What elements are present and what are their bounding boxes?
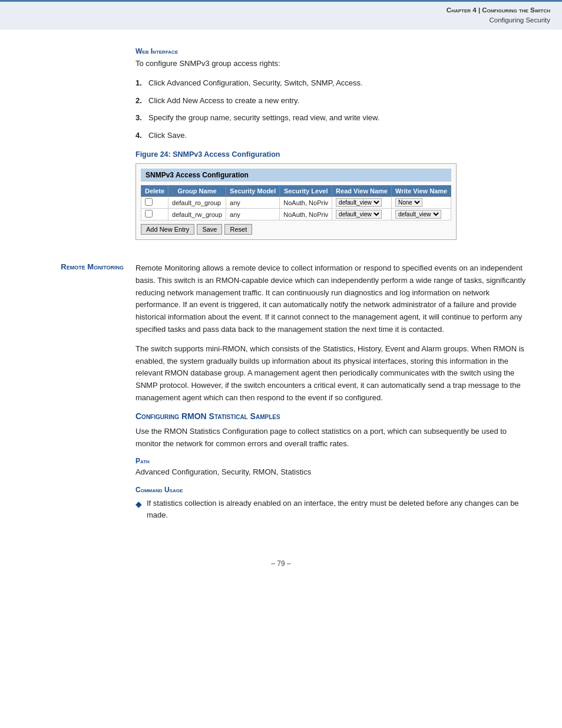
step-1-num: 1.: [135, 77, 148, 89]
col-delete: Delete: [141, 186, 168, 197]
step-2-text: Click Add New Access to create a new ent…: [148, 95, 299, 107]
add-new-entry-button[interactable]: Add New Entry: [141, 224, 194, 235]
remote-monitoring-label: Remote Monitoring: [35, 262, 135, 524]
path-heading: Path: [135, 457, 527, 465]
step-3: 3. Specify the group name, security sett…: [135, 112, 527, 124]
write-view-select[interactable]: default_view: [395, 210, 441, 219]
remote-monitoring-section: Remote Monitoring Remote Monitoring allo…: [35, 262, 527, 524]
cell-read-view[interactable]: default_view: [332, 197, 392, 209]
rmon-stats-heading: Configuring RMON Statistical Samples: [135, 411, 527, 421]
path-text: Advanced Configuration, Security, RMON, …: [135, 466, 527, 479]
chapter-word: Chapter: [447, 6, 471, 14]
header-title: Configuring the Switch: [482, 6, 550, 14]
cell-delete: [141, 197, 168, 209]
snmp-table-container: SNMPv3 Access Configuration Delete Group…: [135, 163, 457, 240]
col-security-model: Security Model: [226, 186, 280, 197]
table-header-row: Delete Group Name Security Model Securit…: [141, 186, 451, 197]
col-security-level: Security Level: [280, 186, 332, 197]
list-item: ◆ If statistics collection is already en…: [135, 498, 527, 521]
table-row: default_ro_groupanyNoAuth, NoPrivdefault…: [141, 197, 451, 209]
remote-monitoring-body: Remote Monitoring allows a remote device…: [135, 262, 527, 524]
step-3-text: Specify the group name, security setting…: [148, 112, 379, 124]
step-1: 1. Click Advanced Configuration, Securit…: [135, 77, 527, 89]
snmp-table-title: SNMPv3 Access Configuration: [141, 169, 451, 182]
header-subtitle: Configuring Security: [489, 17, 550, 24]
chapter-num: 4: [472, 6, 476, 14]
web-interface-section: Web Interface To configure SNMPv3 group …: [35, 47, 527, 252]
bullet-list: ◆ If statistics collection is already en…: [135, 498, 527, 521]
step-3-num: 3.: [135, 112, 148, 124]
reset-button[interactable]: Reset: [224, 224, 252, 235]
main-content: Web Interface To configure SNMPv3 group …: [0, 29, 562, 554]
step-1-text: Click Advanced Configuration, Security, …: [148, 77, 363, 89]
web-interface-heading: Web Interface: [135, 47, 527, 55]
cell-security-model: any: [226, 209, 280, 220]
cell-security-level: NoAuth, NoPriv: [280, 197, 332, 209]
remote-monitoring-para1: Remote Monitoring allows a remote device…: [135, 262, 527, 336]
rmon-stats-heading-text: Configuring RMON Statistical Samples: [135, 411, 280, 421]
page-footer: – 79 –: [0, 554, 562, 579]
read-view-select[interactable]: default_view: [336, 210, 382, 219]
figure-label: Figure 24: SNMPv3 Access Configuration: [135, 150, 527, 159]
cell-security-level: NoAuth, NoPriv: [280, 209, 332, 220]
save-button[interactable]: Save: [197, 224, 222, 235]
page-header: Chapter 4 | Configuring the Switch Confi…: [0, 0, 562, 29]
col-read-view: Read View Name: [332, 186, 392, 197]
cell-security-model: any: [226, 197, 280, 209]
web-interface-body: Web Interface To configure SNMPv3 group …: [135, 47, 527, 252]
snmp-buttons: Add New Entry Save Reset: [141, 224, 451, 235]
cell-write-view[interactable]: None: [391, 197, 451, 209]
bullet-diamond-icon: ◆: [135, 498, 142, 510]
step-4-text: Click Save.: [148, 130, 187, 141]
write-view-select[interactable]: None: [395, 198, 422, 207]
step-4: 4. Click Save.: [135, 130, 527, 141]
snmp-table: Delete Group Name Security Model Securit…: [141, 185, 451, 220]
web-interface-intro: To configure SNMPv3 group access rights:: [135, 58, 527, 70]
step-4-num: 4.: [135, 130, 148, 141]
step-2-num: 2.: [135, 95, 148, 107]
bullet-text-1: If statistics collection is already enab…: [147, 498, 527, 521]
rmon-stats-intro: Use the RMON Statistics Configuration pa…: [135, 426, 527, 450]
col-group-name: Group Name: [168, 186, 226, 197]
page-number: – 79 –: [271, 559, 290, 568]
command-heading: Command Usage: [135, 486, 527, 494]
cell-read-view[interactable]: default_view: [332, 209, 392, 220]
delete-checkbox[interactable]: [145, 210, 153, 218]
table-row: default_rw_groupanyNoAuth, NoPrivdefault…: [141, 209, 451, 220]
remote-monitoring-para2: The switch supports mini-RMON, which con…: [135, 343, 527, 404]
section-label-empty: [35, 47, 135, 252]
cell-write-view[interactable]: default_view: [391, 209, 451, 220]
cell-delete: [141, 209, 168, 220]
delete-checkbox[interactable]: [145, 198, 153, 206]
col-write-view: Write View Name: [391, 186, 451, 197]
steps-list: 1. Click Advanced Configuration, Securit…: [135, 77, 527, 141]
cell-group-name: default_ro_group: [168, 197, 226, 209]
step-2: 2. Click Add New Access to create a new …: [135, 95, 527, 107]
header-separator: |: [478, 6, 480, 14]
cell-group-name: default_rw_group: [168, 209, 226, 220]
read-view-select[interactable]: default_view: [336, 198, 382, 207]
